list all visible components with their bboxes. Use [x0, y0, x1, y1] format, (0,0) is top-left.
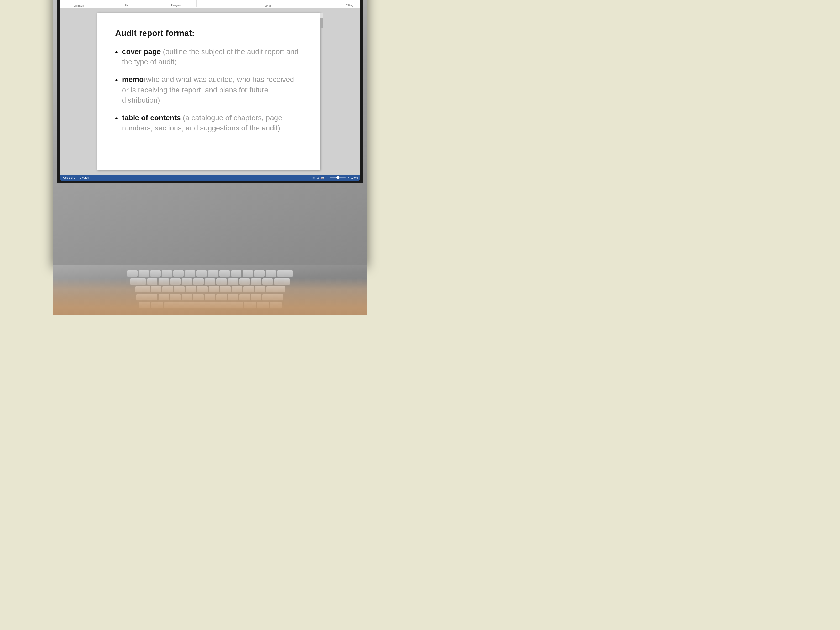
- laptop-screen-housing: W 💾 ↩ ↪ ▼ Document1 - Word Sign in Share: [52, 0, 368, 265]
- key: [196, 270, 207, 277]
- styles-expand[interactable]: ⊕: [297, 0, 302, 2]
- scroll-thumb: [320, 18, 323, 28]
- list-item-content: memo(who and what was audited, who has r…: [122, 74, 302, 105]
- font-controls: A↑ A↓ Aa ⊘ B I U ab: [99, 0, 155, 3]
- clipboard-group-label: Clipboard: [62, 4, 96, 7]
- key: [208, 270, 218, 277]
- ribbon-group-clipboard: 📋 Paste ✂ Cut ⧉ Copy: [60, 0, 98, 7]
- styles-group-label: Styles: [199, 4, 337, 7]
- list-item: • table of contents (a catalogue of chap…: [115, 113, 302, 133]
- bullet-icon: •: [115, 113, 118, 123]
- key: [127, 270, 137, 277]
- layout-web-icon[interactable]: ⊞: [317, 177, 319, 179]
- key: [173, 270, 184, 277]
- screen: W 💾 ↩ ↪ ▼ Document1 - Word Sign in Share: [60, 0, 360, 181]
- editing-buttons: 🔍 Find ⇄ Replace ▣ Select ▼: [341, 0, 357, 2]
- list-item: • cover page (outline the subject of the…: [115, 46, 302, 67]
- status-bar: Page 1 of 1 0 words ▭ ⊞ 📖 − + 140%: [60, 175, 360, 181]
- editing-group-label: Editing: [341, 3, 358, 6]
- list-item-content: cover page (outline the subject of the a…: [122, 46, 302, 67]
- ribbon-group-font: A↑ A↓ Aa ⊘ B I U ab: [98, 0, 157, 7]
- styles-items: ¶ Normal ¶ No Spac... H Heading 1: [199, 0, 303, 3]
- vertical-scrollbar[interactable]: [320, 13, 323, 28]
- document-area: Audit report format: • cover page (outli…: [60, 8, 360, 175]
- word-count: 0 words: [79, 177, 89, 179]
- key: [139, 270, 149, 277]
- document-page[interactable]: Audit report format: • cover page (outli…: [97, 13, 320, 170]
- term-cover-page: cover page: [122, 47, 161, 56]
- clipboard-right: ✂ Cut ⧉ Copy 🖌 Format Painter: [74, 0, 95, 3]
- paragraph-group-label: Paragraph: [158, 3, 195, 6]
- key: [254, 270, 265, 277]
- key: [243, 270, 253, 277]
- bullet-icon: •: [115, 47, 118, 57]
- screen-bezel: W 💾 ↩ ↪ ▼ Document1 - Word Sign in Share: [57, 0, 363, 183]
- page-info: Page 1 of 1: [62, 177, 75, 179]
- key: [231, 270, 242, 277]
- styles-scroll: ▲ ▼ ⊕: [296, 0, 302, 2]
- document-list: • cover page (outline the subject of the…: [115, 46, 302, 133]
- bullet-icon: •: [115, 75, 118, 85]
- document-heading: Audit report format:: [115, 28, 302, 38]
- key: [277, 270, 293, 277]
- desc-memo: (who and what was audited, who has recei…: [122, 75, 294, 104]
- zoom-level: 140%: [351, 177, 358, 179]
- font-group-label: Font: [99, 3, 155, 6]
- paste-button[interactable]: 📋 Paste: [63, 0, 73, 3]
- ribbon: 📋 Paste ✂ Cut ⧉ Copy: [60, 0, 360, 8]
- select-button[interactable]: ▣ Select ▼: [341, 0, 357, 0]
- term-toc: table of contents: [122, 114, 181, 122]
- layout-normal-icon[interactable]: ▭: [313, 177, 315, 179]
- hands-overlay: [52, 278, 368, 315]
- status-left: Page 1 of 1 0 words: [62, 177, 89, 179]
- key-row-1: [74, 270, 346, 277]
- ribbon-group-styles: ¶ Normal ¶ No Spac... H Heading 1: [197, 0, 339, 7]
- layout-read-icon[interactable]: 📖: [321, 177, 324, 179]
- key: [162, 270, 172, 277]
- paragraph-controls: ≡• ≡1 ≡↓ ⇤ ⇥ ↕A ¶ ≡← ≡: [158, 0, 195, 3]
- zoom-thumb: [336, 176, 339, 179]
- ribbon-group-paragraph: ≡• ≡1 ≡↓ ⇤ ⇥ ↕A ¶ ≡← ≡: [157, 0, 197, 7]
- key: [150, 270, 161, 277]
- list-item: • memo(who and what was audited, who has…: [115, 74, 302, 105]
- key: [266, 270, 276, 277]
- ribbon-group-editing: 🔍 Find ⇄ Replace ▣ Select ▼: [339, 0, 360, 7]
- laptop-keyboard-area: [52, 265, 368, 315]
- zoom-plus[interactable]: +: [348, 177, 349, 179]
- term-memo: memo: [122, 75, 144, 84]
- clipboard-buttons: 📋 Paste ✂ Cut ⧉ Copy: [62, 0, 96, 3]
- key: [219, 270, 230, 277]
- laptop-container: W 💾 ↩ ↪ ▼ Document1 - Word Sign in Share: [52, 0, 368, 315]
- zoom-minus[interactable]: −: [326, 177, 328, 179]
- list-item-content: table of contents (a catalogue of chapte…: [122, 113, 302, 133]
- zoom-slider[interactable]: [330, 177, 346, 178]
- status-right: ▭ ⊞ 📖 − + 140%: [313, 177, 358, 179]
- key: [185, 270, 195, 277]
